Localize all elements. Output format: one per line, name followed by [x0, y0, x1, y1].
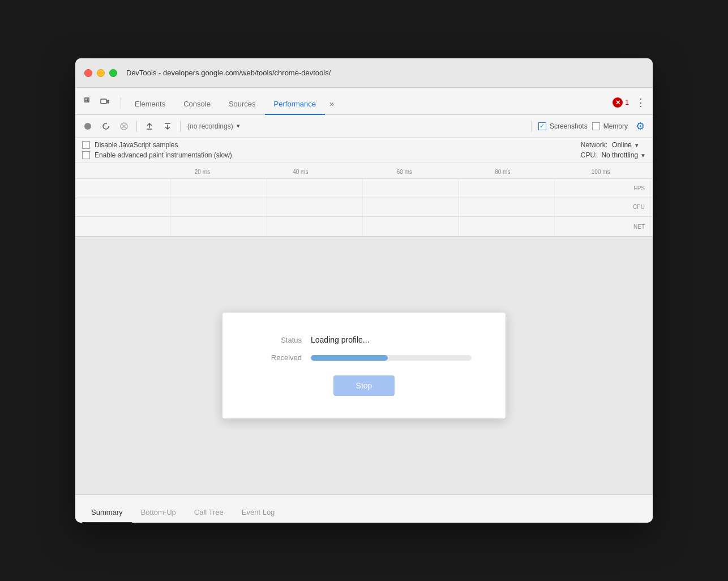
- clear-button[interactable]: [116, 118, 132, 134]
- main-content: Status Loading profile... Received Stop: [75, 237, 653, 494]
- network-label: Network:: [581, 141, 607, 149]
- advanced-paint-label: Enable advanced paint instrumentation (s…: [95, 151, 232, 159]
- timeline-area: 20 ms 40 ms 60 ms 80 ms 100 ms FPS CPU N…: [75, 163, 653, 237]
- toolbar-separator-3: [531, 121, 532, 132]
- advanced-paint-checkbox[interactable]: [82, 151, 90, 159]
- more-tabs-button[interactable]: »: [325, 93, 339, 115]
- error-count: ✕: [613, 97, 623, 108]
- svg-rect-2: [108, 100, 109, 103]
- network-dropdown-arrow: ▼: [634, 142, 640, 148]
- memory-checkbox[interactable]: [592, 122, 600, 130]
- tab-bar: Elements Console Sources Performance » ✕…: [75, 88, 653, 115]
- settings-left: Disable JavaScript samples Enable advanc…: [82, 141, 581, 159]
- ruler-20ms: 20 ms: [195, 169, 210, 175]
- timeline-ruler: 20 ms 40 ms 60 ms 80 ms 100 ms: [75, 163, 653, 179]
- loading-dialog: Status Loading profile... Received Stop: [222, 313, 506, 418]
- disable-js-checkbox[interactable]: [82, 141, 90, 149]
- bottom-tab-event-log[interactable]: Event Log: [233, 502, 284, 523]
- toolbar: (no recordings) ▼ ✓ Screenshots Memory ⚙: [75, 115, 653, 138]
- ruler-60ms: 60 ms: [397, 169, 412, 175]
- cpu-setting: CPU: No throttling ▼: [581, 151, 646, 159]
- svg-point-3: [84, 123, 91, 130]
- tab-bar-right: ✕ 1 ⋮: [613, 96, 648, 114]
- cpu-dropdown-arrow: ▼: [640, 152, 646, 159]
- settings-rows: Disable JavaScript samples Enable advanc…: [75, 138, 653, 163]
- progress-bar-container: [311, 355, 472, 361]
- net-label: NET: [626, 224, 648, 230]
- ruler-100ms: 100 ms: [592, 169, 610, 175]
- disable-js-setting[interactable]: Disable JavaScript samples: [82, 141, 581, 149]
- minimize-button[interactable]: [97, 69, 105, 77]
- status-row: Status Loading profile...: [256, 335, 472, 344]
- maximize-button[interactable]: [109, 69, 117, 77]
- fps-track: FPS: [75, 179, 653, 198]
- record-button[interactable]: [80, 118, 96, 134]
- toolbar-separator-1: [136, 121, 137, 132]
- status-value: Loading profile...: [311, 335, 370, 344]
- inspector-icon[interactable]: [82, 95, 96, 109]
- cpu-track: CPU: [75, 198, 653, 217]
- progress-bar-fill: [311, 355, 388, 361]
- cpu-track-label: CPU: [626, 204, 648, 210]
- tab-elements[interactable]: Elements: [126, 94, 174, 115]
- received-row: Received: [256, 353, 472, 362]
- download-button[interactable]: [160, 118, 175, 134]
- recordings-dropdown-arrow: ▼: [235, 123, 241, 129]
- device-toolbar-icon[interactable]: [98, 95, 112, 109]
- screenshots-checkbox-label[interactable]: ✓ Screenshots: [538, 122, 588, 130]
- memory-checkbox-label[interactable]: Memory: [592, 122, 628, 130]
- more-options-button[interactable]: ⋮: [633, 96, 648, 109]
- tab-icons: [80, 95, 112, 114]
- window-title: DevTools - developers.google.com/web/too…: [126, 69, 331, 77]
- recordings-label: (no recordings): [187, 122, 233, 130]
- traffic-lights: [84, 69, 117, 77]
- tab-console[interactable]: Console: [174, 94, 220, 115]
- tab-separator: [121, 97, 121, 109]
- recordings-dropdown[interactable]: (no recordings) ▼: [185, 122, 243, 130]
- svg-rect-1: [101, 99, 106, 104]
- settings-gear-button[interactable]: ⚙: [632, 118, 648, 134]
- screenshots-checkbox[interactable]: ✓: [538, 122, 546, 130]
- received-label: Received: [256, 353, 302, 362]
- upload-button[interactable]: [142, 118, 157, 134]
- bottom-tab-summary[interactable]: Summary: [82, 502, 132, 523]
- ruler-40ms: 40 ms: [293, 169, 308, 175]
- reload-button[interactable]: [98, 118, 114, 134]
- devtools-window: DevTools - developers.google.com/web/too…: [75, 58, 653, 523]
- fps-label: FPS: [626, 185, 648, 191]
- settings-right: Network: Online ▼ CPU: No throttling ▼: [581, 141, 646, 159]
- stop-button[interactable]: Stop: [333, 375, 395, 396]
- close-button[interactable]: [84, 69, 92, 77]
- error-badge[interactable]: ✕ 1: [613, 97, 629, 108]
- network-dropdown[interactable]: Online ▼: [612, 141, 640, 149]
- tab-sources[interactable]: Sources: [220, 94, 265, 115]
- title-bar: DevTools - developers.google.com/web/too…: [75, 58, 653, 88]
- bottom-tabs: Summary Bottom-Up Call Tree Event Log: [75, 494, 653, 523]
- network-setting: Network: Online ▼: [581, 141, 646, 149]
- advanced-paint-setting[interactable]: Enable advanced paint instrumentation (s…: [82, 151, 581, 159]
- tab-performance[interactable]: Performance: [265, 94, 325, 115]
- bottom-tab-call-tree[interactable]: Call Tree: [185, 502, 233, 523]
- net-track: NET: [75, 217, 653, 236]
- cpu-label: CPU:: [581, 151, 597, 159]
- status-label: Status: [256, 336, 302, 344]
- bottom-tab-bottom-up[interactable]: Bottom-Up: [132, 502, 185, 523]
- ruler-80ms: 80 ms: [495, 169, 510, 175]
- toolbar-separator-2: [180, 121, 181, 132]
- toolbar-right: ✓ Screenshots Memory ⚙: [529, 118, 648, 134]
- disable-js-label: Disable JavaScript samples: [95, 141, 178, 149]
- cpu-dropdown[interactable]: No throttling ▼: [601, 151, 646, 159]
